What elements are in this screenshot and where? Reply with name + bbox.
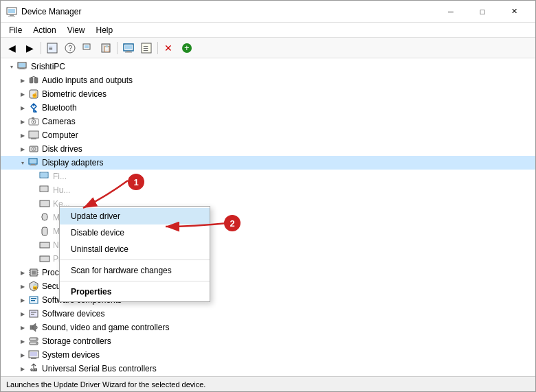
svg-rect-13 [125,45,132,49]
computer-icon [28,130,39,141]
menu-view[interactable]: View [62,24,91,36]
toolbar-help[interactable]: ? [62,41,78,56]
svg-rect-52 [40,242,49,248]
toolbar-back[interactable]: ◀ [3,41,20,56]
hu-label: Hu... [53,185,70,195]
window-controls: ─ □ ✕ [435,1,530,23]
tree-fi[interactable]: Fi... [1,170,535,183]
toolbar-update[interactable]: 📋 [98,41,114,56]
svg-rect-51 [42,227,47,235]
sound-icon [28,322,39,333]
window-title: Device Manager [21,7,435,16]
tree-storage[interactable]: ▶ Storage controllers [1,334,535,348]
ne-icon [39,240,50,251]
display-expand[interactable]: ▾ [17,157,28,168]
ctx-scan-hardware[interactable]: Scan for hardware changes [60,262,210,279]
audio-expand[interactable]: ▶ [17,75,28,86]
biometric-expand[interactable]: ▶ [17,89,28,100]
ctx-sep-2 [60,281,210,281]
svg-point-40 [33,148,34,150]
computer-expand[interactable]: ▶ [17,130,28,141]
usb-ctrl-expand[interactable]: ▶ [17,363,28,374]
menu-bar: File Action View Help [1,23,535,38]
sw-dev-expand[interactable]: ▶ [17,308,28,319]
tree-hu[interactable]: Hu... [1,183,535,197]
toolbar-properties[interactable]: ≡ [44,41,60,56]
toolbar-sep-3 [157,42,158,54]
menu-action[interactable]: Action [27,24,61,36]
svg-text:+: + [184,43,190,53]
mi-icon [39,212,50,223]
sw-dev-label: Software devices [42,309,104,319]
tree-system[interactable]: ▶ System devices [1,348,535,362]
processors-icon [28,267,39,278]
svg-text:☰: ☰ [143,45,148,52]
biometric-label: Biometric devices [42,89,107,99]
root-computer-icon [17,61,28,72]
cameras-expand[interactable]: ▶ [17,116,28,127]
close-button[interactable]: ✕ [498,1,530,23]
sw-comp-expand[interactable]: ▶ [17,295,28,305]
ke-icon [39,198,50,209]
toolbar-remove[interactable]: ✕ [161,41,177,56]
svg-rect-55 [32,270,36,275]
maximize-button[interactable]: □ [467,1,498,23]
svg-text:?: ? [69,45,73,52]
tree-computer[interactable]: ▶ Computer [1,128,535,142]
root-expand-icon[interactable]: ▾ [6,61,17,72]
processors-expand[interactable]: ▶ [17,267,28,278]
tree-disk[interactable]: ▶ Disk drives [1,142,535,156]
system-icon [28,349,39,360]
tree-cameras[interactable]: ▶ Cameras [1,115,535,128]
audio-icon [28,75,39,86]
tree-audio[interactable]: ▶ Audio inputs and outputs [1,73,535,87]
svg-rect-36 [30,132,38,137]
tree-sound[interactable]: ▶ Sound, video and game controllers [1,321,535,334]
tree-bluetooth[interactable]: ▶ Bluetooth [1,101,535,115]
svg-rect-53 [40,256,49,262]
mo-icon [39,226,50,237]
fi-icon [39,171,50,182]
toolbar-scan[interactable] [80,41,96,56]
system-expand[interactable]: ▶ [17,349,28,360]
tree-biometric[interactable]: ▶ ☝ Biometric devices [1,87,535,101]
svg-rect-64 [31,298,36,299]
toolbar-forward[interactable]: ▶ [21,41,38,56]
toolbar-device-list[interactable]: ☰ [138,41,155,56]
toolbar-monitor[interactable] [120,41,137,56]
status-text: Launches the Update Driver Wizard for th… [6,380,205,389]
menu-help[interactable]: Help [91,24,119,36]
tree-usb-devices[interactable]: ▶ Universal Serial Bus devices [1,376,535,376]
toolbar-add[interactable]: + [179,41,195,56]
storage-expand[interactable]: ▶ [17,336,28,347]
svg-rect-49 [40,200,49,207]
tree-root[interactable]: ▾ SrishtiPC [1,60,535,73]
security-expand[interactable]: ▶ [17,281,28,292]
menu-file[interactable]: File [3,24,27,36]
display-label: Display adapters [42,158,103,168]
bluetooth-expand[interactable]: ▶ [17,102,28,113]
ctx-update-driver[interactable]: Update driver [60,208,210,224]
sound-expand[interactable]: ▶ [17,322,28,333]
system-label: System devices [42,350,100,360]
tree-usb-controllers[interactable]: ▶ Universal Serial Bus controllers [1,362,535,376]
svg-rect-3 [8,16,15,16]
svg-point-73 [36,343,37,344]
storage-label: Storage controllers [42,336,111,346]
ctx-uninstall-device[interactable]: Uninstall device [60,241,210,257]
tree-display[interactable]: ▾ Display adapters [1,156,535,170]
ctx-disable-device[interactable]: Disable device [60,224,210,241]
svg-rect-43 [31,164,35,165]
svg-rect-9 [85,45,89,48]
svg-rect-44 [30,165,36,165]
ctx-properties[interactable]: Properties [60,284,210,300]
cameras-icon [28,116,39,127]
disk-expand[interactable]: ▶ [17,143,28,154]
svg-rect-24 [19,69,25,69]
tree-software-devices[interactable]: ▶ Software devices [1,307,535,321]
svg-point-34 [33,121,34,122]
pri-icon [39,253,50,264]
usb-ctrl-icon [28,363,39,374]
ctx-sep-1 [60,260,210,260]
minimize-button[interactable]: ─ [435,1,467,23]
